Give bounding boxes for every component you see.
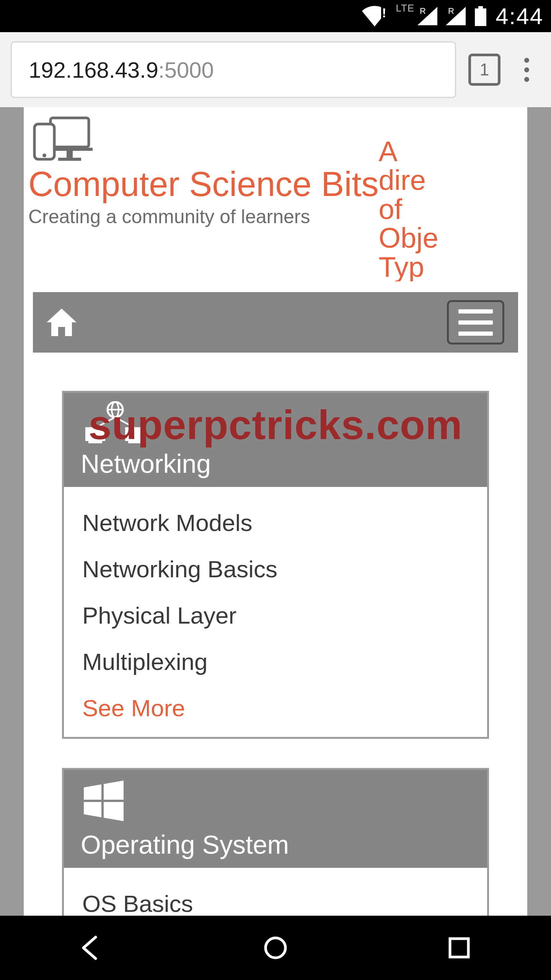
- android-status-bar: ! LTE R R 4:44: [0, 0, 551, 32]
- signal-2-icon: R: [446, 7, 466, 25]
- tabs-button[interactable]: 1: [468, 54, 500, 86]
- card-networking: Networking Network Models Networking Bas…: [62, 391, 489, 739]
- url-port: :5000: [158, 57, 214, 83]
- browser-toolbar: 192.168.43.9:5000 1: [0, 32, 551, 107]
- svg-point-29: [266, 938, 285, 958]
- windows-icon: [81, 819, 127, 825]
- svg-marker-26: [104, 781, 124, 800]
- recents-button-icon[interactable]: [444, 933, 474, 963]
- card-title: Operating System: [81, 830, 470, 859]
- svg-marker-27: [84, 802, 101, 817]
- hamburger-menu-icon[interactable]: [447, 300, 504, 345]
- svg-rect-21: [85, 427, 105, 441]
- home-icon[interactable]: [47, 309, 77, 336]
- overflow-menu-icon[interactable]: [513, 54, 540, 86]
- link-networking-basics[interactable]: Networking Basics: [82, 555, 469, 583]
- lte-label: LTE: [396, 2, 414, 14]
- url-host: 192.168.43.9: [29, 57, 158, 83]
- networking-topology-icon: [81, 438, 150, 444]
- battery-icon: [474, 6, 487, 26]
- svg-line-20: [115, 417, 135, 428]
- svg-rect-8: [478, 6, 483, 8]
- android-nav-bar: [0, 916, 551, 980]
- tab-count-value: 1: [480, 60, 489, 79]
- back-button-icon[interactable]: [77, 933, 107, 963]
- link-os-basics[interactable]: OS Basics: [82, 890, 469, 916]
- svg-rect-22: [88, 441, 102, 443]
- page-content: Computer Science Bits Creating a communi…: [24, 107, 527, 916]
- link-network-models[interactable]: Network Models: [82, 509, 469, 536]
- svg-line-19: [95, 417, 115, 428]
- svg-text:R: R: [448, 7, 454, 16]
- svg-text:R: R: [420, 7, 426, 16]
- site-header: Computer Science Bits Creating a communi…: [24, 107, 527, 292]
- svg-rect-23: [125, 427, 145, 441]
- wifi-alert-icon: !: [362, 6, 387, 26]
- cards-container: superpctricks.com: [24, 353, 527, 916]
- address-bar[interactable]: 192.168.43.9:5000: [11, 41, 456, 98]
- svg-rect-13: [58, 158, 81, 161]
- devices-icon: [28, 111, 378, 165]
- svg-rect-30: [450, 939, 468, 957]
- side-link-text[interactable]: A dire of Obje Typ: [378, 111, 438, 281]
- svg-marker-25: [84, 784, 101, 800]
- card-operating-system: Operating System OS Basics: [62, 768, 489, 916]
- link-physical-layer[interactable]: Physical Layer: [82, 602, 469, 629]
- brand-tagline: Creating a community of learners: [28, 206, 378, 228]
- status-clock: 4:44: [496, 3, 543, 29]
- home-button-icon[interactable]: [260, 933, 291, 963]
- svg-rect-9: [475, 8, 486, 26]
- see-more-link[interactable]: See More: [82, 694, 469, 722]
- web-viewport[interactable]: Computer Science Bits Creating a communi…: [0, 107, 551, 916]
- card-title: Networking: [81, 449, 470, 479]
- brand-title: Computer Science Bits: [28, 165, 378, 204]
- site-navbar: [33, 292, 518, 353]
- link-multiplexing[interactable]: Multiplexing: [82, 648, 469, 675]
- svg-point-15: [42, 154, 46, 157]
- svg-marker-28: [104, 802, 124, 821]
- svg-rect-12: [67, 151, 73, 158]
- svg-text:!: !: [382, 6, 386, 20]
- signal-1-icon: R: [417, 7, 437, 25]
- svg-rect-10: [51, 118, 89, 147]
- svg-rect-24: [128, 441, 142, 443]
